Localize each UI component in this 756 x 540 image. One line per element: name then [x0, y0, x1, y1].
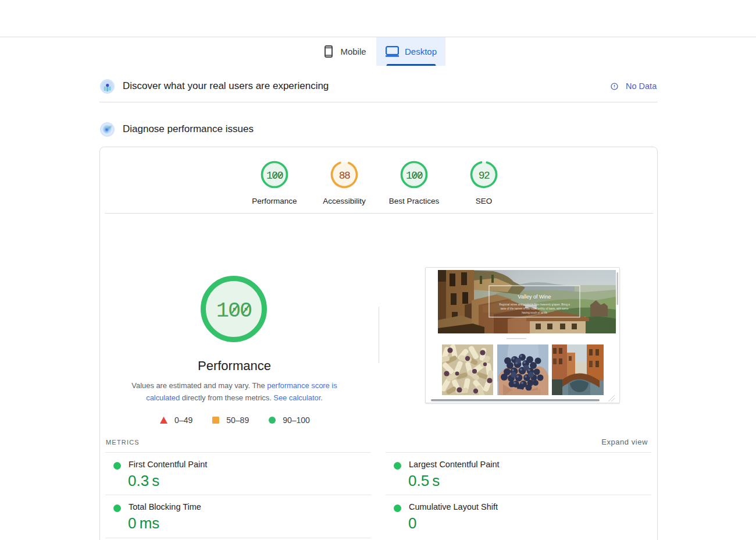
- svg-text:taste of the names of the hope: taste of the names of the hope fertility…: [501, 307, 569, 310]
- svg-text:92: 92: [479, 170, 490, 182]
- svg-text:having touch of lands: having touch of lands: [522, 311, 547, 314]
- svg-text:Regional wines and products fr: Regional wines and products from heavenl…: [499, 303, 570, 306]
- svg-text:88: 88: [339, 170, 350, 182]
- svg-text:Valley of Wine: Valley of Wine: [518, 294, 551, 300]
